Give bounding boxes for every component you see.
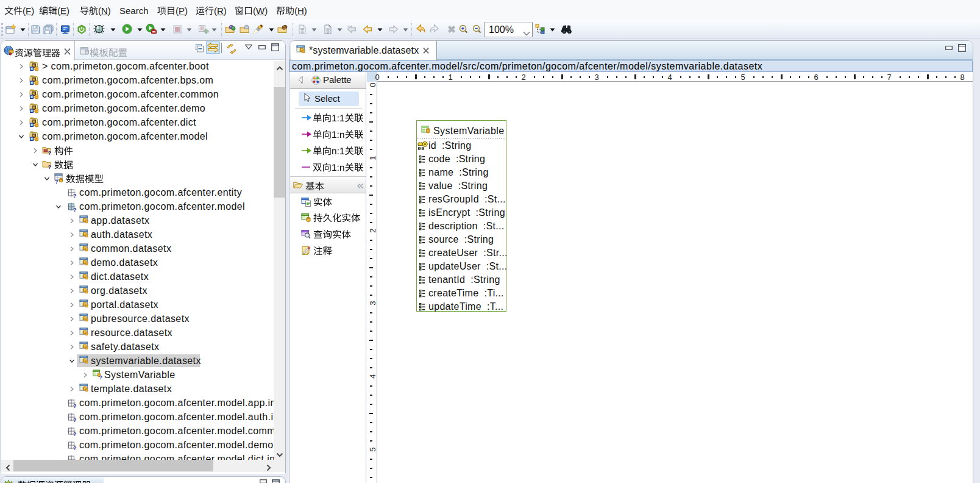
svg-text:?: ? [48, 164, 52, 170]
svg-text:?: ? [73, 431, 77, 437]
svg-text:?: ? [55, 179, 59, 184]
svg-text:?: ? [73, 193, 77, 198]
svg-text:?: ? [73, 403, 77, 409]
svg-text:?: ? [99, 374, 103, 379]
svg-text:?: ? [73, 445, 77, 451]
svg-text:?: ? [73, 417, 77, 423]
svg-text:?: ? [73, 207, 77, 212]
svg-text:?: ? [48, 150, 52, 156]
